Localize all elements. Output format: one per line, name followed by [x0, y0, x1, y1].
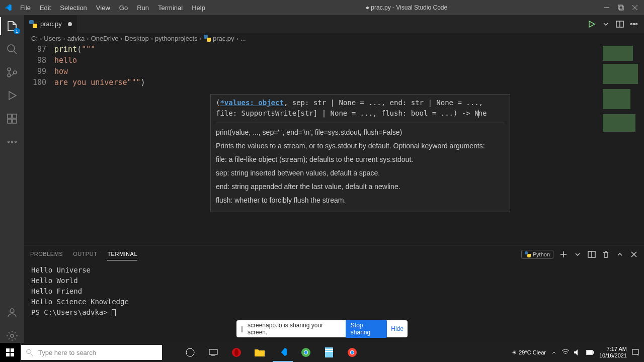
hide-share-bar-button[interactable]: Hide: [391, 325, 404, 332]
breadcrumb[interactable]: C:› Users› advka› OneDrive› Desktop› pyt…: [24, 33, 644, 44]
more-icon[interactable]: [5, 135, 19, 149]
cortana-icon[interactable]: [180, 343, 200, 362]
editor-actions: [588, 20, 644, 28]
tab-prac-py[interactable]: prac.py: [24, 15, 77, 33]
chevron-down-icon[interactable]: [574, 250, 582, 258]
maximize-panel-icon[interactable]: [616, 250, 624, 258]
svg-rect-46: [209, 349, 217, 354]
svg-rect-54: [325, 349, 333, 350]
taskview-icon[interactable]: [203, 343, 223, 362]
svg-point-49: [234, 349, 238, 356]
svg-rect-14: [13, 119, 17, 123]
tab-terminal[interactable]: TERMINAL: [107, 248, 137, 260]
weather-widget[interactable]: ☀ 29°C Clear: [512, 349, 546, 356]
wifi-icon[interactable]: [562, 349, 569, 355]
start-button[interactable]: [0, 343, 20, 362]
run-debug-icon[interactable]: [5, 88, 19, 103]
minimap[interactable]: [599, 44, 644, 245]
menu-file[interactable]: File: [16, 2, 35, 14]
code-line[interactable]: print(""": [54, 44, 644, 55]
settings-icon[interactable]: [5, 329, 19, 343]
menu-go[interactable]: Go: [115, 2, 132, 14]
vscode-taskbar-icon[interactable]: [273, 343, 293, 362]
svg-rect-55: [325, 351, 333, 352]
tab-problems[interactable]: PROBLEMS: [30, 248, 63, 260]
menu-run[interactable]: Run: [133, 2, 153, 14]
notifications-taskbar-icon[interactable]: [632, 349, 639, 356]
svg-marker-20: [589, 21, 595, 27]
explorer-badge: 1: [14, 28, 20, 34]
svg-marker-59: [574, 349, 578, 355]
svg-point-16: [12, 141, 13, 143]
code-line[interactable]: hello: [54, 55, 644, 66]
split-terminal-icon[interactable]: [588, 250, 596, 258]
chrome-icon[interactable]: [296, 343, 316, 362]
function-docstring: print(value, ..., sep=' ', end='\n', fil…: [216, 127, 505, 206]
split-editor-icon[interactable]: [616, 20, 624, 28]
svg-point-5: [8, 45, 15, 52]
svg-point-17: [15, 141, 17, 143]
tab-label: prac.py: [40, 20, 62, 28]
opera-icon[interactable]: [226, 343, 247, 362]
extensions-icon[interactable]: [5, 112, 19, 126]
notepad-icon[interactable]: [319, 343, 339, 362]
window-title: ● prac.py - Visual Studio Code: [209, 4, 604, 11]
search-icon[interactable]: [5, 42, 19, 56]
taskbar-search[interactable]: Type here to search: [21, 345, 162, 360]
maximize-icon[interactable]: [618, 5, 624, 11]
terminal-profile[interactable]: Python: [521, 250, 553, 259]
pause-icon[interactable]: ‖: [240, 325, 244, 332]
svg-point-52: [304, 351, 307, 354]
svg-point-24: [633, 23, 635, 25]
svg-point-19: [11, 334, 14, 337]
function-signature: (*values: object, sep: str | None = ...,…: [216, 98, 505, 119]
menu-terminal[interactable]: Terminal: [154, 2, 187, 14]
svg-rect-12: [13, 114, 17, 118]
menu-edit[interactable]: Edit: [36, 2, 55, 14]
source-control-icon[interactable]: [5, 65, 19, 79]
svg-point-58: [351, 351, 354, 354]
editor-tabs: prac.py: [24, 15, 644, 33]
minimize-icon[interactable]: [604, 5, 610, 11]
new-terminal-icon[interactable]: [559, 250, 568, 258]
modified-indicator-icon: [68, 22, 72, 26]
tab-output[interactable]: OUTPUT: [73, 248, 97, 260]
code-editor[interactable]: 97 98 99 100 print(""" hello how are you…: [24, 44, 644, 245]
code-line[interactable]: how: [54, 66, 644, 77]
more-actions-icon[interactable]: [630, 20, 638, 28]
svg-point-8: [8, 74, 11, 77]
file-explorer-icon[interactable]: [250, 343, 270, 362]
menu-view[interactable]: View: [92, 2, 114, 14]
svg-rect-13: [8, 119, 12, 123]
close-icon[interactable]: [632, 5, 638, 11]
chevron-down-icon[interactable]: [602, 20, 610, 28]
battery-icon[interactable]: [586, 350, 594, 355]
system-tray[interactable]: ☀ 29°C Clear 7:17 AM 10/16/2021: [512, 346, 644, 359]
kill-terminal-icon[interactable]: [602, 250, 610, 258]
python-file-icon: [29, 20, 37, 28]
chrome-icon-2[interactable]: [342, 343, 362, 362]
explorer-icon[interactable]: 1: [5, 19, 19, 33]
svg-rect-1: [618, 5, 622, 9]
close-panel-icon[interactable]: [630, 250, 638, 258]
svg-rect-62: [587, 350, 592, 354]
menu-selection[interactable]: Selection: [56, 2, 91, 14]
account-icon[interactable]: [5, 306, 19, 320]
share-text: screenapp.io is sharing your screen.: [248, 322, 338, 336]
svg-rect-41: [6, 353, 10, 356]
code-line[interactable]: are you universe"""): [54, 77, 644, 88]
run-file-icon[interactable]: [588, 20, 596, 28]
line-numbers: 97 98 99 100: [24, 44, 54, 245]
stop-sharing-button[interactable]: Stop sharing: [346, 320, 387, 338]
clock[interactable]: 7:17 AM 10/16/2021: [599, 346, 627, 359]
python-file-icon: [204, 35, 211, 42]
vscode-logo-icon: [4, 4, 12, 12]
menu-help[interactable]: Help: [188, 2, 209, 14]
panel-tabs: PROBLEMS OUTPUT TERMINAL Python: [24, 245, 644, 263]
svg-marker-10: [9, 92, 16, 100]
svg-rect-2: [619, 6, 623, 10]
volume-icon[interactable]: [574, 349, 581, 355]
tray-chevron-icon[interactable]: [551, 349, 557, 355]
svg-rect-40: [11, 348, 14, 352]
screen-share-bar: ‖ screenapp.io is sharing your screen. S…: [236, 320, 408, 337]
